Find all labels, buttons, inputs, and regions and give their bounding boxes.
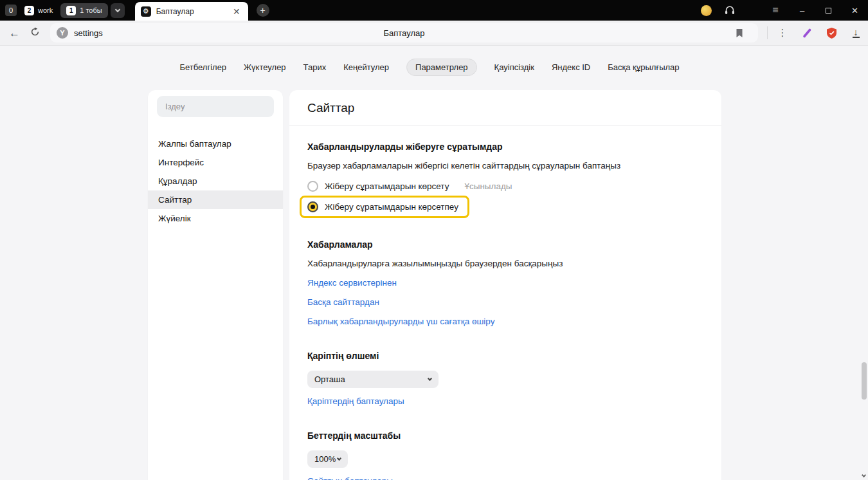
chevron-down-icon: [114, 6, 120, 12]
settings-top-nav: Бетбелгілер Жүктеулер Тарих Кеңейтулер П…: [0, 59, 859, 76]
close-tab-icon[interactable]: ✕: [231, 6, 242, 17]
window-titlebar: 0 2 work 1 1 тобы ⚙ Баптаулар ✕ + ≡ – ✕: [0, 0, 868, 21]
sidebar-list: Жалпы баптаулар Интерфейс Құралдар Сайтт…: [148, 134, 283, 228]
tab-group-active[interactable]: 1 1 тобы: [60, 3, 107, 18]
maximize-icon: [826, 8, 831, 14]
maximize-button[interactable]: [815, 0, 842, 21]
content-body: Хабарландыруларды жіберуге сұратымдар Бр…: [289, 142, 721, 480]
kebab-menu-icon[interactable]: ⋮: [770, 22, 795, 44]
font-settings-link[interactable]: Қаріптердің баптаулары: [307, 396, 404, 406]
alice-pen-icon[interactable]: [795, 22, 819, 44]
font-size-value: Орташа: [314, 374, 345, 384]
settings-content-card: Сайттар Хабарландыруларды жіберуге сұрат…: [289, 90, 721, 480]
radio-hide-requests-label[interactable]: Жіберу сұратымдарын көрсетпеу: [325, 202, 458, 212]
sidebar-item-tools[interactable]: Құралдар: [148, 172, 283, 190]
browser-toolbar: ← Y settings Баптаулар ⋮ ↓: [0, 21, 868, 46]
tab-title: Баптаулар: [156, 7, 231, 16]
nav-tab-yandex-id[interactable]: Яндекс ID: [552, 62, 590, 72]
minimize-button[interactable]: –: [789, 0, 815, 21]
settings-sidebar: Жалпы баптаулар Интерфейс Құралдар Сайтт…: [148, 90, 283, 480]
highlighted-radio-option-hide-requests[interactable]: Жіберу сұратымдарын көрсетпеу: [300, 196, 469, 218]
messages-description: Хабарландыруларға жазылымыңызды браузерд…: [307, 259, 703, 268]
recommended-hint: Ұсынылады: [464, 181, 512, 191]
protect-shield-icon[interactable]: [819, 22, 844, 44]
notifications-from-yandex-link[interactable]: Яндекс сервистерінен: [307, 278, 397, 288]
font-size-select[interactable]: Орташа: [307, 371, 439, 388]
site-settings-link[interactable]: Сайттың баптаулары: [307, 476, 393, 480]
nav-tab-bookmarks[interactable]: Бетбелгілер: [179, 62, 226, 72]
chevron-down-icon: [428, 376, 432, 381]
new-tab-button[interactable]: +: [257, 4, 269, 17]
tab-group-active-label: 1 тобы: [80, 6, 102, 14]
back-icon[interactable]: ←: [4, 25, 25, 41]
radio-show-requests-label[interactable]: Жіберу сұратымдарын көрсету: [325, 181, 449, 191]
tab-group-work-label: work: [38, 6, 53, 14]
tab-group-work-count: 2: [24, 6, 34, 15]
page-title: Баптаулар: [50, 28, 758, 38]
chevron-down-icon: [861, 473, 865, 477]
radio-option-show-requests[interactable]: Жіберу сұратымдарын көрсету Ұсынылады: [307, 181, 703, 192]
scroll-down-arrow[interactable]: [860, 473, 867, 479]
sidebar-item-sites[interactable]: Сайттар: [148, 190, 283, 209]
nav-tab-downloads[interactable]: Жүктеулер: [244, 62, 286, 72]
tab-group-work[interactable]: 2 work: [24, 6, 53, 15]
mute-all-notifications-link[interactable]: Барлық хабарландыруларды үш сағатқа өшір…: [307, 317, 494, 326]
tab-group-zero[interactable]: 0: [5, 5, 17, 16]
download-icon[interactable]: ↓: [844, 22, 868, 44]
address-bar[interactable]: Y settings Баптаулар: [50, 23, 758, 42]
search-input[interactable]: [157, 96, 274, 117]
nav-tab-security[interactable]: Қауіпсіздік: [494, 62, 534, 72]
notifications-requests-description: Браузер хабарламаларын жібергісі келетін…: [307, 161, 703, 171]
sidebar-item-general[interactable]: Жалпы баптаулар: [148, 134, 283, 153]
messages-heading: Хабарламалар: [307, 239, 703, 250]
scrollbar-thumb[interactable]: [862, 362, 867, 400]
content-header: Сайттар: [289, 90, 721, 125]
nav-tab-extensions[interactable]: Кеңейтулер: [343, 62, 389, 72]
chevron-down-icon: [337, 456, 341, 461]
user-avatar[interactable]: [701, 5, 712, 16]
notifications-requests-heading: Хабарландыруларды жіберуге сұратымдар: [307, 142, 703, 152]
sidebar-item-system[interactable]: Жүйелік: [148, 209, 283, 228]
close-window-button[interactable]: ✕: [842, 0, 868, 21]
menu-icon[interactable]: ≡: [766, 5, 785, 16]
font-size-heading: Қаріптің өлшемі: [307, 351, 703, 361]
tab-group-active-count: 1: [66, 6, 76, 15]
url-text: settings: [74, 28, 103, 38]
page-zoom-value: 100%: [314, 454, 336, 464]
page-zoom-heading: Беттердің масштабы: [307, 430, 703, 441]
sidebar-item-interface[interactable]: Интерфейс: [148, 153, 283, 172]
nav-tab-settings[interactable]: Параметрлер: [406, 59, 477, 76]
settings-page: Бетбелгілер Жүктеулер Тарих Кеңейтулер П…: [0, 46, 868, 480]
content-title: Сайттар: [307, 101, 703, 115]
toolbar-divider: [767, 26, 768, 39]
refresh-icon[interactable]: [25, 24, 45, 41]
radio-hide-requests[interactable]: [307, 201, 318, 212]
site-favicon-icon: Y: [57, 27, 68, 39]
browser-tab-settings[interactable]: ⚙ Баптаулар ✕: [135, 2, 248, 21]
nav-tab-history[interactable]: Тарих: [303, 62, 327, 72]
titlebar-right-cluster: ≡ – ✕: [701, 0, 868, 21]
bookmark-icon[interactable]: [727, 22, 752, 44]
notifications-other-sites-link[interactable]: Басқа сайттардан: [307, 297, 379, 307]
radio-show-requests[interactable]: [307, 181, 318, 192]
nav-tab-other-devices[interactable]: Басқа құрылғылар: [608, 62, 679, 72]
page-zoom-select[interactable]: 100%: [307, 450, 348, 468]
gear-icon: ⚙: [141, 6, 151, 17]
headset-icon[interactable]: [725, 6, 735, 15]
tab-group-dropdown-button[interactable]: [111, 3, 125, 18]
